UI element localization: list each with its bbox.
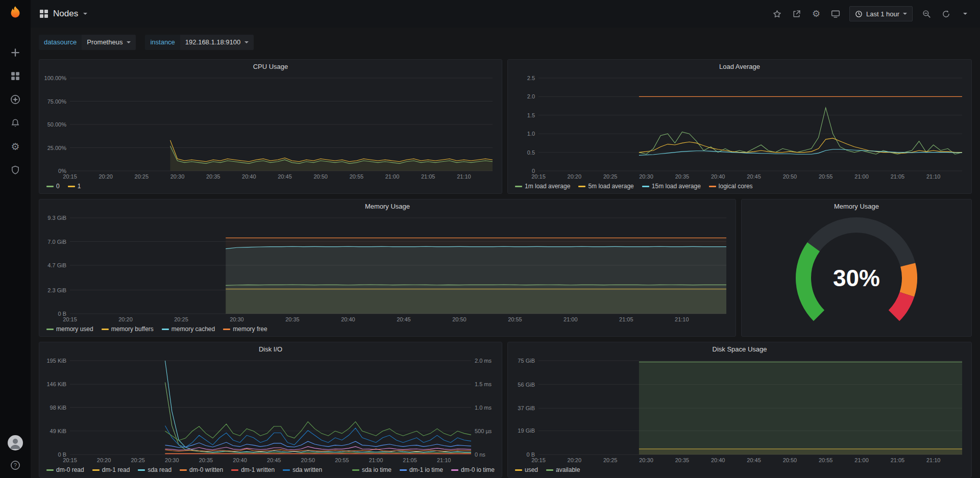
- legend-item[interactable]: dm-1 written: [231, 466, 275, 473]
- legend-item[interactable]: dm-0 read: [46, 466, 84, 473]
- legend-item[interactable]: dm-0 io time: [451, 466, 495, 473]
- svg-text:20:35: 20:35: [206, 173, 220, 180]
- help-icon[interactable]: ?: [10, 460, 21, 471]
- dashboard-settings-button[interactable]: ⚙: [811, 8, 822, 19]
- legend-item[interactable]: available: [546, 466, 580, 473]
- chart-canvas[interactable]: 0 B49 KiB98 KiB146 KiB195 KiB0 ns500 µs1…: [41, 357, 500, 465]
- legend-item[interactable]: used: [515, 466, 538, 473]
- panel-title[interactable]: Disk Space Usage: [508, 342, 971, 357]
- dashboards-icon[interactable]: [10, 70, 21, 82]
- legend-item[interactable]: memory free: [223, 325, 267, 333]
- svg-text:21:10: 21:10: [437, 457, 451, 463]
- legend-swatch-icon: [180, 469, 187, 471]
- svg-text:37 GiB: 37 GiB: [518, 405, 535, 411]
- server-admin-shield-icon[interactable]: [10, 164, 21, 175]
- legend-item[interactable]: 15m load average: [642, 183, 701, 190]
- panel-title[interactable]: Disk I/O: [39, 342, 502, 357]
- legend-label: 5m load average: [588, 183, 633, 190]
- legend-item[interactable]: 5m load average: [578, 183, 633, 190]
- svg-text:20:50: 20:50: [313, 173, 328, 180]
- legend-item[interactable]: logical cores: [709, 183, 753, 190]
- legend-swatch-icon: [515, 469, 522, 471]
- cpu-legend: 01: [39, 181, 502, 193]
- legend-label: memory free: [233, 325, 267, 333]
- svg-text:20:15: 20:15: [63, 173, 77, 180]
- svg-text:1.5 ms: 1.5 ms: [475, 381, 492, 387]
- svg-text:20:55: 20:55: [508, 316, 522, 322]
- chart-canvas[interactable]: 00.51.01.52.02.520:1520:2020:2520:3020:3…: [510, 74, 969, 181]
- time-range-picker[interactable]: Last 1 hour: [849, 6, 913, 21]
- disk-io-chart[interactable]: 0 B49 KiB98 KiB146 KiB195 KiB0 ns500 µs1…: [41, 357, 500, 465]
- svg-text:20:15: 20:15: [531, 173, 546, 180]
- legend-item[interactable]: dm-1 read: [92, 466, 130, 473]
- svg-text:20:50: 20:50: [301, 457, 315, 463]
- svg-text:21:10: 21:10: [926, 457, 941, 463]
- grafana-logo[interactable]: [6, 4, 25, 23]
- legend-item[interactable]: sda io time: [352, 466, 391, 473]
- legend-item[interactable]: memory buffers: [102, 325, 154, 333]
- panel-title[interactable]: Load Average: [508, 60, 971, 74]
- legend-item[interactable]: sda written: [283, 466, 322, 473]
- legend-swatch-icon: [102, 329, 109, 330]
- variable-value-dropdown[interactable]: 192.168.1.18:9100: [180, 35, 254, 50]
- dashboard: datasource Prometheus instance 192.168.1…: [31, 28, 980, 478]
- chart-canvas[interactable]: 0 B2.3 GiB4.7 GiB7.0 GiB9.3 GiB20:1520:2…: [41, 214, 733, 324]
- variable-value-dropdown[interactable]: Prometheus: [82, 35, 136, 50]
- legend-swatch-icon: [138, 469, 145, 471]
- svg-text:20:45: 20:45: [747, 457, 761, 463]
- svg-text:21:05: 21:05: [403, 457, 417, 463]
- clock-icon: [855, 10, 863, 18]
- svg-text:21:00: 21:00: [564, 316, 578, 322]
- panel-title[interactable]: Memory Usage: [742, 199, 971, 214]
- svg-text:21:10: 21:10: [457, 173, 471, 180]
- avatar[interactable]: [8, 435, 23, 450]
- memory-gauge: 30%: [742, 214, 971, 336]
- disk-space-chart[interactable]: 0 B19 GiB37 GiB56 GiB75 GiB20:1520:2020:…: [510, 357, 969, 465]
- panel-title[interactable]: CPU Usage: [39, 60, 502, 74]
- legend-label: logical cores: [719, 183, 753, 190]
- svg-text:20:35: 20:35: [199, 457, 213, 463]
- disk-io-legend-left: dm-0 readdm-1 readsda readdm-0 writtendm…: [46, 466, 322, 473]
- legend-label: dm-0 written: [189, 466, 223, 473]
- cycle-view-button[interactable]: [830, 8, 841, 19]
- title-caret-icon: [83, 13, 87, 15]
- create-plus-icon[interactable]: [10, 47, 21, 58]
- load-average-chart[interactable]: 00.51.01.52.02.520:1520:2020:2520:3020:3…: [510, 74, 969, 181]
- legend-item[interactable]: 1: [68, 183, 81, 190]
- legend-item[interactable]: memory cached: [162, 325, 215, 333]
- svg-text:21:00: 21:00: [369, 457, 383, 463]
- refresh-button[interactable]: [940, 8, 951, 19]
- star-button[interactable]: [772, 8, 783, 19]
- svg-text:?: ?: [14, 462, 17, 468]
- dashboard-title-button[interactable]: Nodes: [40, 9, 87, 19]
- template-variables: datasource Prometheus instance 192.168.1…: [39, 35, 254, 50]
- refresh-interval-dropdown[interactable]: [960, 8, 971, 19]
- zoom-out-button[interactable]: [921, 8, 932, 19]
- svg-text:20:25: 20:25: [603, 173, 618, 180]
- sidebar-bottom: ?: [0, 435, 31, 471]
- chart-canvas[interactable]: 0%25.00%50.00%75.00%100.00%20:1520:2020:…: [41, 74, 500, 181]
- chart-canvas[interactable]: 0 B19 GiB37 GiB56 GiB75 GiB20:1520:2020:…: [510, 357, 969, 465]
- navbar-actions: ⚙ Last 1 hour: [772, 6, 971, 21]
- legend-item[interactable]: dm-1 io time: [400, 466, 443, 473]
- legend-swatch-icon: [515, 186, 522, 187]
- configuration-gear-icon[interactable]: ⚙: [10, 141, 21, 152]
- legend-label: dm-1 written: [241, 466, 275, 473]
- panel-title[interactable]: Memory Usage: [39, 199, 736, 214]
- legend-item[interactable]: dm-0 written: [180, 466, 223, 473]
- legend-item[interactable]: memory used: [46, 325, 93, 333]
- alerting-bell-icon[interactable]: [10, 117, 21, 129]
- legend-item[interactable]: 0: [46, 183, 60, 190]
- legend-item[interactable]: sda read: [138, 466, 172, 473]
- disk-space-legend: usedavailable: [508, 465, 971, 477]
- legend-item[interactable]: 1m load average: [515, 183, 570, 190]
- cpu-usage-chart[interactable]: 0%25.00%50.00%75.00%100.00%20:1520:2020:…: [41, 74, 500, 181]
- grafana-logo-icon: [7, 5, 24, 22]
- memory-usage-chart[interactable]: 0 B2.3 GiB4.7 GiB7.0 GiB9.3 GiB20:1520:2…: [41, 214, 733, 324]
- svg-text:20:55: 20:55: [350, 173, 364, 180]
- legend-label: memory cached: [172, 325, 215, 333]
- explore-icon[interactable]: [10, 94, 21, 105]
- share-button[interactable]: [791, 8, 802, 19]
- svg-text:20:40: 20:40: [233, 457, 247, 463]
- svg-text:20:30: 20:30: [170, 173, 185, 180]
